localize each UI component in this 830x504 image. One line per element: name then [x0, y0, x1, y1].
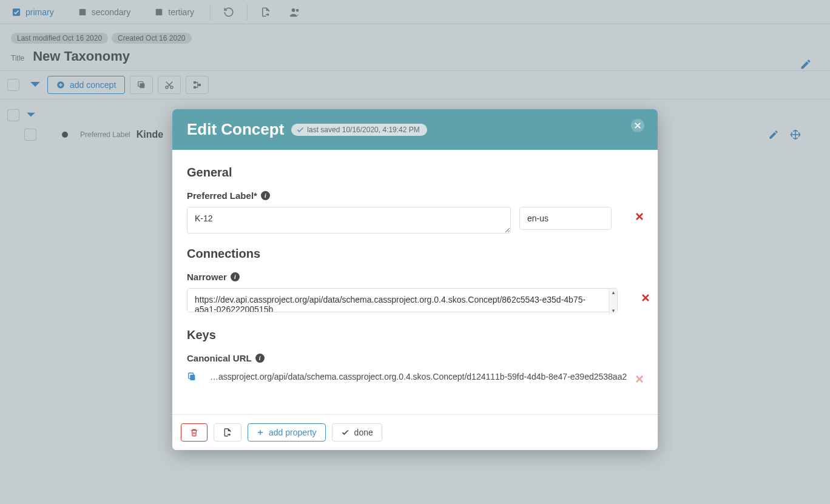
edit-concept-modal: Edit Concept last saved 10/16/2020, 4:19…	[172, 109, 658, 450]
preferred-label-label: Preferred Label* i	[187, 190, 643, 201]
close-button[interactable]	[631, 119, 644, 132]
modal-overlay: Edit Concept last saved 10/16/2020, 4:19…	[0, 0, 830, 504]
button-label: done	[354, 428, 373, 437]
section-keys-heading: Keys	[187, 328, 643, 342]
info-icon[interactable]: i	[255, 354, 265, 363]
copy-url-button[interactable]	[187, 371, 197, 382]
remove-field-button[interactable]	[642, 288, 649, 301]
modal-header: Edit Concept last saved 10/16/2020, 4:19…	[172, 109, 658, 150]
plus-icon	[257, 429, 264, 436]
add-property-button[interactable]: add property	[248, 423, 326, 442]
narrower-input[interactable]	[187, 288, 618, 312]
check-icon	[341, 428, 349, 437]
export-icon	[223, 428, 232, 437]
button-label: add property	[269, 428, 317, 437]
scroll-down-icon[interactable]: ▼	[609, 307, 618, 314]
lang-input[interactable]	[519, 207, 612, 230]
saved-pill: last saved 10/16/2020, 4:19:42 PM	[291, 124, 427, 136]
info-icon[interactable]: i	[231, 272, 240, 281]
modal-title: Edit Concept	[187, 120, 284, 139]
preferred-label-input[interactable]	[187, 207, 511, 234]
narrower-field-wrapper: ▲ ▼	[187, 288, 618, 315]
section-general-heading: General	[187, 166, 643, 180]
check-icon	[296, 126, 305, 134]
remove-field-button[interactable]	[636, 369, 643, 383]
done-button[interactable]: done	[332, 423, 382, 442]
svg-rect-13	[190, 375, 195, 380]
export-concept-button[interactable]	[214, 423, 241, 442]
delete-button[interactable]	[181, 423, 208, 442]
canonical-url-label: Canonical URL i	[187, 353, 643, 363]
scrollbar[interactable]: ▲ ▼	[609, 289, 617, 314]
saved-label: last saved 10/16/2020, 4:19:42 PM	[307, 126, 419, 134]
trash-icon	[190, 428, 198, 437]
modal-body: General Preferred Label* i Connections N…	[172, 150, 658, 414]
canonical-url-value: …assproject.org/api/data/schema.cassproj…	[210, 372, 627, 381]
scroll-up-icon[interactable]: ▲	[609, 289, 618, 296]
info-icon[interactable]: i	[261, 191, 270, 200]
modal-footer: add property done	[172, 414, 658, 450]
remove-field-button[interactable]	[636, 207, 643, 220]
narrower-label: Narrower i	[187, 272, 643, 282]
section-connections-heading: Connections	[187, 247, 643, 261]
